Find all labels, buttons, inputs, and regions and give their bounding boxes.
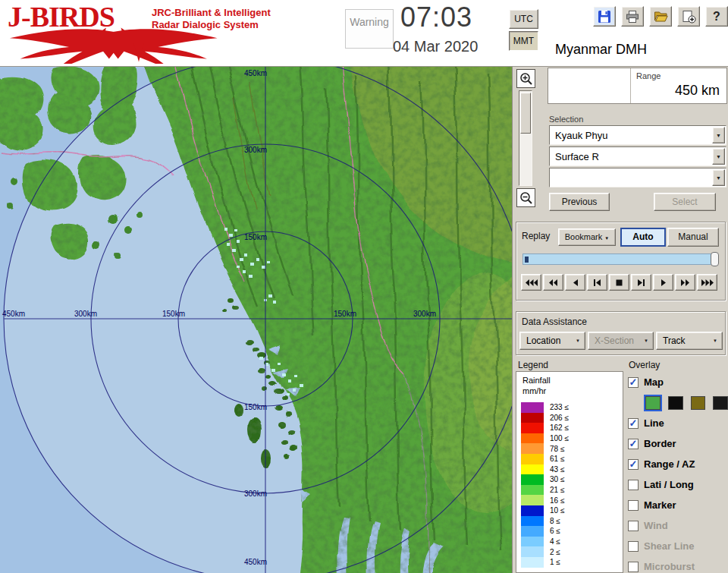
auto-mode-button[interactable]: Auto	[620, 228, 666, 247]
overlay-item-map[interactable]: ✓Map	[628, 372, 728, 392]
overlay-item-marker[interactable]: Marker	[628, 495, 728, 515]
overlay-item-microburst: Microburst	[628, 556, 728, 573]
radar-map[interactable]: 450km300km150km150km300km450km450km300km…	[0, 67, 512, 573]
mmt-toggle-button[interactable]: MMT	[509, 31, 538, 51]
print-button[interactable]	[621, 6, 644, 27]
overlay-item-label: Map	[644, 376, 664, 388]
chevron-down-icon[interactable]: ▼	[712, 169, 725, 186]
legend-value: 21 ≤	[550, 486, 564, 494]
legend-color-swatch	[521, 537, 544, 547]
replay-group: Replay Bookmark▼ Auto Manual	[516, 222, 726, 301]
zoom-out-button[interactable]	[516, 188, 535, 207]
legend-row: 61 ≤	[521, 454, 569, 464]
checkbox[interactable]	[628, 500, 639, 511]
playback-step-forward-button[interactable]	[631, 274, 651, 291]
range-ring-label: 150km	[162, 310, 185, 318]
floppy-disk-icon	[598, 10, 611, 24]
select-button[interactable]: Select	[654, 193, 716, 211]
open-folder-button[interactable]	[649, 6, 672, 27]
legend-row: 78 ≤	[521, 443, 569, 454]
overlay-item-shear-line: Shear Line	[628, 536, 728, 556]
timeline-thumb[interactable]	[711, 252, 719, 266]
chevron-down-icon[interactable]: ▼	[712, 148, 725, 165]
legend-row: 8 ≤	[521, 516, 569, 527]
range-ring-label: 300km	[244, 146, 267, 154]
map-style-option[interactable]	[691, 396, 706, 410]
save-button[interactable]	[593, 6, 616, 27]
checkbox[interactable]: ✓	[628, 377, 639, 388]
legend-label: Legend	[518, 360, 548, 370]
overlay-item-line[interactable]: ✓Line	[628, 413, 728, 433]
checkbox[interactable]: ✓	[628, 439, 639, 449]
export-document-icon	[682, 10, 696, 24]
playback-play-backward-button[interactable]	[565, 274, 585, 291]
utc-toggle-button[interactable]: UTC	[509, 9, 538, 29]
clock-date: 04 Mar 2020	[393, 38, 478, 55]
divider	[630, 68, 631, 103]
folder-icon	[654, 10, 668, 23]
site-combobox[interactable]: Kyauk Phyu ▼	[549, 125, 726, 145]
map-style-option[interactable]	[668, 396, 683, 410]
legend-value: 61 ≤	[550, 455, 564, 463]
manual-mode-button[interactable]: Manual	[667, 228, 719, 247]
help-button[interactable]: ?	[705, 6, 728, 27]
warning-button[interactable]: Warning	[345, 9, 394, 49]
chevron-down-icon: ▼	[604, 236, 609, 241]
product-combobox[interactable]: Surface R ▼	[549, 146, 726, 166]
chevron-down-icon: ▼	[713, 338, 717, 343]
legend-row: 162 ≤	[521, 423, 569, 433]
track-button[interactable]: Track▼	[656, 332, 723, 350]
playback-rewind-button[interactable]	[543, 274, 563, 291]
magnifier-plus-icon	[519, 72, 533, 86]
checkbox	[628, 541, 639, 552]
export-button[interactable]	[677, 6, 700, 27]
legend-color-swatch	[521, 485, 544, 496]
help-icon: ?	[713, 10, 720, 24]
chevron-down-icon[interactable]: ▼	[712, 127, 725, 143]
legend-row: 1 ≤	[521, 557, 569, 568]
location-button[interactable]: Location▼	[519, 332, 585, 350]
legend-value: 206 ≤	[550, 414, 569, 422]
playback-stop-button[interactable]	[609, 274, 629, 291]
playback-skip-to-end-button[interactable]	[697, 274, 717, 291]
fast-forward-icon	[680, 279, 690, 287]
checkbox[interactable]	[628, 480, 639, 490]
map-style-option[interactable]	[645, 396, 661, 410]
legend-value: 16 ≤	[550, 496, 564, 505]
overlay-item-border[interactable]: ✓Border	[628, 433, 728, 454]
playback-fast-forward-button[interactable]	[675, 274, 695, 291]
rewind-icon	[548, 279, 558, 287]
legend-color-swatch	[521, 505, 544, 516]
overlay-item-label: Microburst	[644, 561, 695, 572]
overlay-label: Overlay	[629, 360, 660, 370]
replay-timeline-slider[interactable]	[522, 253, 718, 265]
map-style-option[interactable]	[713, 396, 728, 410]
legend-value: 6 ≤	[550, 527, 560, 535]
legend-color-swatch	[521, 454, 544, 464]
overlay-item-lati-long[interactable]: Lati / Long	[628, 474, 728, 495]
bookmark-button[interactable]: Bookmark▼	[558, 228, 616, 246]
site-combobox-value: Kyauk Phyu	[555, 130, 607, 141]
checkbox[interactable]: ✓	[628, 418, 639, 429]
zoom-slider-track[interactable]	[519, 90, 532, 186]
zoom-slider-thumb[interactable]	[520, 93, 531, 134]
previous-button[interactable]: Previous	[549, 193, 610, 211]
legend-value: 78 ≤	[550, 445, 564, 453]
replay-label: Replay	[522, 231, 550, 241]
legend-color-swatch	[521, 413, 544, 423]
legend-row: 21 ≤	[521, 485, 569, 496]
playback-fast-rewind-button[interactable]	[521, 274, 541, 291]
map-style-swatches	[628, 392, 728, 413]
legend-row: 16 ≤	[521, 495, 569, 505]
legend-row: 206 ≤	[521, 413, 569, 423]
playback-step-backward-button[interactable]	[587, 274, 607, 291]
overlay-item-range-az[interactable]: ✓Range / AZ	[628, 454, 728, 474]
location-button-label: Location	[526, 335, 560, 346]
overlay-item-label: Marker	[644, 499, 676, 511]
checkbox[interactable]: ✓	[628, 459, 639, 470]
playback-play-forward-button[interactable]	[653, 274, 673, 291]
zoom-in-button[interactable]	[516, 69, 535, 88]
extra-combobox[interactable]: ▼	[549, 168, 726, 187]
x-section-button: X-Section▼	[588, 332, 654, 350]
range-ring-label: 300km	[413, 310, 436, 318]
